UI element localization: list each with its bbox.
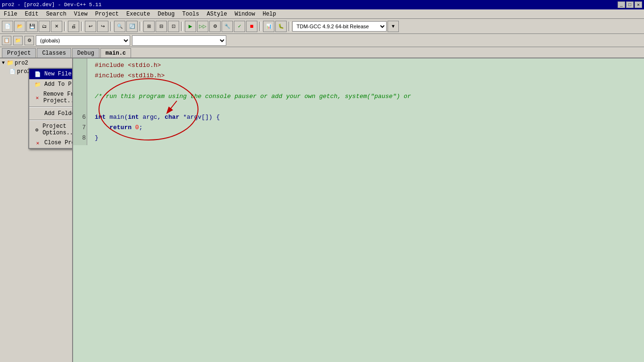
indent-button[interactable]: ⊞	[143, 21, 155, 32]
profile-button[interactable]: 📊	[263, 21, 274, 32]
menu-astyle[interactable]: AStyle	[203, 10, 231, 18]
menu-edit[interactable]: Edit	[21, 10, 42, 18]
ctx-close-icon: ✕	[33, 139, 42, 147]
menu-file[interactable]: File	[0, 10, 21, 18]
separator-1	[64, 22, 66, 31]
tab-project[interactable]: Project	[2, 48, 36, 58]
separator-6	[259, 22, 261, 31]
toolbar: 📄 📂 💾 🗂 ✕ 🖨 ↩ ↪ 🔍 🔄 ⊞ ⊟ ⊡ ▶ ▷▷ ⚙ 🔧 ✓ ⏹ 📊…	[0, 19, 644, 34]
separator-3	[110, 22, 112, 31]
code-text[interactable]: #include <stdio.h> #include <stdlib.h> /…	[95, 60, 640, 143]
compile-button[interactable]: ▶	[185, 21, 196, 32]
menu-search[interactable]: Search	[42, 10, 70, 18]
debug-btn[interactable]: 🐛	[275, 21, 287, 32]
main-area: ▼ 📁 pro2 📄 pro2.dev 📄 New File 📁 Add To …	[0, 58, 644, 362]
save-all-button[interactable]: 🗂	[39, 21, 50, 32]
context-menu: 📄 New File 📁 Add To Project... ✕ Remove …	[28, 68, 73, 149]
menu-bar: File Edit Search View Project Execute De…	[0, 9, 644, 19]
menu-tools[interactable]: Tools	[179, 10, 203, 18]
tb2-btn3[interactable]: ⚙	[25, 36, 34, 45]
menu-window[interactable]: Window	[231, 10, 259, 18]
tab-bar: Project Classes Debug main.c	[0, 47, 644, 58]
menu-execute[interactable]: Execute	[123, 10, 154, 18]
file-icon: 📄	[9, 69, 15, 74]
expand-icon: ▼	[2, 60, 5, 66]
stop-button[interactable]: ⏹	[246, 21, 257, 32]
tb2-btn1[interactable]: 📋	[2, 36, 11, 45]
menu-view[interactable]: View	[70, 10, 91, 18]
ctx-project-options[interactable]: ⚙ Project Options... Ctrl+H	[29, 122, 73, 138]
ctx-options-label: Project Options...	[42, 123, 73, 136]
save-button[interactable]: 💾	[26, 21, 38, 32]
ctx-options-icon: ⚙	[33, 126, 41, 133]
window-controls[interactable]: _ □ ✕	[618, 1, 642, 8]
menu-debug[interactable]: Debug	[154, 10, 179, 18]
line-numbers: 6 7 8	[73, 58, 87, 145]
tree-root[interactable]: ▼ 📁 pro2	[0, 58, 72, 67]
redo-button[interactable]: ↪	[97, 21, 108, 32]
toggle-button[interactable]: ⊡	[168, 21, 179, 32]
find-button[interactable]: 🔍	[114, 21, 125, 32]
tb2-btn2[interactable]: 📁	[13, 36, 23, 45]
separator-7	[289, 22, 290, 31]
close-button[interactable]: ✕	[635, 1, 642, 8]
title-text: pro2 - [pro2.dev] - Dev-C++ 5.11	[2, 2, 101, 8]
rebuild-button[interactable]: 🔧	[222, 21, 233, 32]
ctx-folder-icon	[33, 110, 42, 117]
ctx-new-file-icon: 📄	[33, 70, 42, 78]
title-bar: pro2 - [pro2.dev] - Dev-C++ 5.11 _ □ ✕	[0, 0, 644, 9]
ctx-add-folder[interactable]: Add Folder...	[29, 108, 73, 119]
toolbar2: 📋 📁 ⚙ (globals)	[0, 34, 644, 47]
minimize-button[interactable]: _	[618, 1, 625, 8]
replace-button[interactable]: 🔄	[126, 21, 138, 32]
project-icon: 📁	[7, 59, 14, 66]
syntax-check-button[interactable]: ✓	[234, 21, 245, 32]
close-button-tb[interactable]: ✕	[51, 21, 62, 32]
compiler-select[interactable]: TDM-GCC 4.9.2 64-bit Release	[292, 21, 387, 32]
ctx-close-label: Close Project	[44, 140, 73, 146]
ctx-separator-1	[29, 107, 73, 107]
unindent-button[interactable]: ⊟	[156, 21, 167, 32]
ctx-add-to-project[interactable]: 📁 Add To Project...	[29, 79, 73, 90]
ctx-add-icon: 📁	[33, 81, 42, 88]
menu-project[interactable]: Project	[91, 10, 123, 18]
tab-debug[interactable]: Debug	[72, 48, 99, 58]
separator-4	[140, 22, 141, 31]
compile-run-button[interactable]: ⚙	[209, 21, 221, 32]
separator-5	[181, 22, 183, 31]
ctx-new-file-label: New File	[44, 71, 72, 77]
ctx-add-label: Add To Project...	[44, 81, 73, 88]
ctx-remove-from-project[interactable]: ✕ Remove From Project...	[29, 90, 73, 106]
compiler-dropdown-btn[interactable]: ▼	[388, 21, 399, 32]
print-button[interactable]: 🖨	[68, 21, 79, 32]
menu-help[interactable]: Help	[259, 10, 280, 18]
tab-classes[interactable]: Classes	[37, 48, 71, 58]
maximize-button[interactable]: □	[626, 1, 634, 8]
ctx-new-file[interactable]: 📄 New File	[29, 69, 73, 79]
new-button[interactable]: 📄	[2, 21, 13, 32]
tab-mainc[interactable]: main.c	[100, 48, 131, 58]
separator-2	[81, 22, 83, 31]
ctx-remove-icon: ✕	[33, 94, 41, 101]
open-button[interactable]: 📂	[14, 21, 25, 32]
scope-dropdown[interactable]: (globals)	[36, 35, 130, 46]
ctx-separator-2	[29, 120, 73, 121]
run-button[interactable]: ▷▷	[197, 21, 208, 32]
undo-button[interactable]: ↩	[85, 21, 96, 32]
symbol-dropdown[interactable]	[132, 35, 226, 46]
project-panel: ▼ 📁 pro2 📄 pro2.dev 📄 New File 📁 Add To …	[0, 58, 73, 362]
code-editor[interactable]: 6 7 8 #include <stdio.h> #include <stdli…	[73, 58, 644, 362]
ctx-close-project[interactable]: ✕ Close Project	[29, 138, 73, 148]
ctx-remove-label: Remove From Project...	[43, 91, 73, 104]
tree-root-label: pro2	[15, 60, 28, 66]
ctx-folder-label: Add Folder...	[44, 110, 73, 117]
